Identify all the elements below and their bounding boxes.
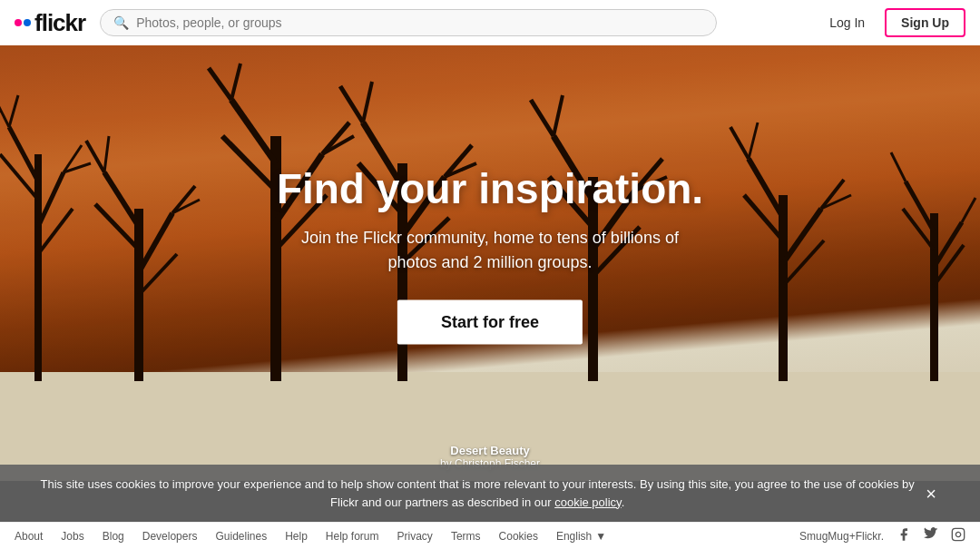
dot-blue bbox=[24, 19, 31, 26]
svg-rect-62 bbox=[952, 528, 964, 540]
language-selector[interactable]: English ▼ bbox=[556, 530, 606, 543]
logo-text: flickr bbox=[34, 9, 85, 37]
hero-section: Find your inspiration. Join the Flickr c… bbox=[0, 45, 980, 481]
photo-title: Desert Beauty bbox=[440, 444, 540, 457]
footer-link-guidelines[interactable]: Guidelines bbox=[215, 530, 267, 543]
twitter-icon[interactable] bbox=[924, 527, 938, 544]
svg-line-33 bbox=[340, 86, 363, 123]
footer-link-help[interactable]: Help bbox=[285, 530, 308, 543]
login-button[interactable]: Log In bbox=[820, 10, 874, 35]
svg-line-61 bbox=[962, 198, 975, 222]
instagram-icon[interactable] bbox=[951, 527, 965, 544]
dot-pink bbox=[15, 19, 22, 26]
svg-line-56 bbox=[906, 181, 934, 231]
svg-line-50 bbox=[783, 240, 824, 286]
hero-subtitle-line2: photos and 2 million groups. bbox=[387, 253, 592, 271]
svg-line-48 bbox=[744, 195, 783, 240]
language-label: English bbox=[556, 530, 592, 543]
smugmug-link[interactable]: SmugMug+Flickr. bbox=[799, 530, 884, 543]
svg-line-49 bbox=[783, 209, 821, 263]
svg-line-2 bbox=[9, 127, 38, 181]
svg-rect-1 bbox=[34, 154, 42, 381]
svg-line-26 bbox=[322, 123, 349, 154]
footer-link-terms[interactable]: Terms bbox=[451, 530, 481, 543]
footer: About Jobs Blog Developers Guidelines He… bbox=[0, 522, 980, 549]
cookie-policy-link[interactable]: cookie policy bbox=[554, 495, 621, 509]
svg-rect-46 bbox=[779, 195, 788, 381]
cookie-message: This site uses cookies to improve your e… bbox=[41, 477, 915, 509]
hero-content: Find your inspiration. Join the Flickr c… bbox=[277, 164, 703, 345]
hero-subtitle-line1: Join the Flickr community, home to tens … bbox=[301, 229, 679, 247]
svg-line-6 bbox=[0, 100, 9, 127]
svg-line-16 bbox=[104, 136, 109, 172]
hero-subtitle: Join the Flickr community, home to tens … bbox=[277, 226, 703, 275]
search-input[interactable] bbox=[136, 15, 703, 30]
hero-title: Find your inspiration. bbox=[277, 164, 703, 213]
header-actions: Log In Sign Up bbox=[820, 8, 965, 37]
cookie-text: This site uses cookies to improve your e… bbox=[36, 475, 918, 511]
svg-line-52 bbox=[749, 123, 758, 159]
footer-link-blog[interactable]: Blog bbox=[103, 530, 124, 543]
facebook-icon[interactable] bbox=[897, 527, 911, 544]
svg-line-57 bbox=[903, 209, 934, 250]
footer-link-developers[interactable]: Developers bbox=[142, 530, 198, 543]
search-icon: 🔍 bbox=[113, 15, 129, 30]
svg-line-25 bbox=[231, 64, 240, 100]
signup-button[interactable]: Sign Up bbox=[885, 8, 965, 37]
footer-link-jobs[interactable]: Jobs bbox=[61, 530, 83, 543]
svg-line-24 bbox=[209, 68, 231, 100]
svg-line-21 bbox=[222, 136, 276, 191]
footer-link-help-forum[interactable]: Help forum bbox=[326, 530, 379, 543]
footer-social: SmugMug+Flickr. bbox=[799, 527, 965, 544]
svg-line-7 bbox=[9, 95, 18, 127]
svg-line-42 bbox=[531, 100, 554, 136]
logo-dots bbox=[15, 19, 31, 26]
svg-line-3 bbox=[0, 154, 38, 200]
logo-area: flickr bbox=[15, 9, 85, 37]
footer-link-cookies[interactable]: Cookies bbox=[499, 530, 538, 543]
svg-rect-55 bbox=[930, 213, 938, 381]
svg-line-12 bbox=[95, 204, 139, 250]
search-bar: 🔍 bbox=[100, 9, 717, 36]
svg-line-17 bbox=[172, 186, 195, 213]
svg-line-4 bbox=[38, 172, 64, 227]
svg-line-43 bbox=[554, 95, 563, 136]
svg-line-51 bbox=[730, 127, 749, 159]
svg-line-15 bbox=[86, 141, 104, 172]
svg-line-34 bbox=[363, 82, 372, 123]
chevron-down-icon: ▼ bbox=[595, 530, 606, 543]
cookie-close-button[interactable]: × bbox=[918, 485, 944, 503]
footer-link-privacy[interactable]: Privacy bbox=[397, 530, 433, 543]
cookie-banner: This site uses cookies to improve your e… bbox=[0, 465, 980, 522]
header: flickr 🔍 Log In Sign Up bbox=[0, 0, 980, 45]
footer-link-about[interactable]: About bbox=[15, 530, 43, 543]
start-for-free-button[interactable]: Start for free bbox=[397, 300, 583, 345]
svg-line-60 bbox=[891, 152, 906, 181]
